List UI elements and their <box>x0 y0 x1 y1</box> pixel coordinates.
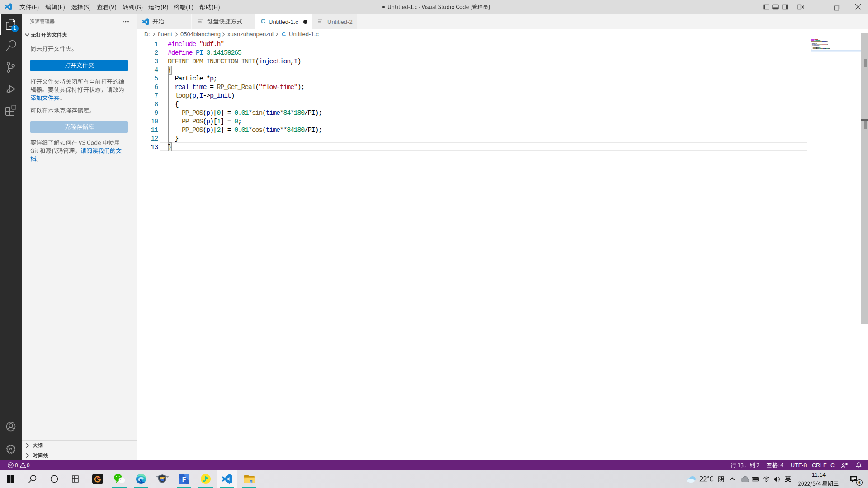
svg-text:F: F <box>182 476 186 483</box>
